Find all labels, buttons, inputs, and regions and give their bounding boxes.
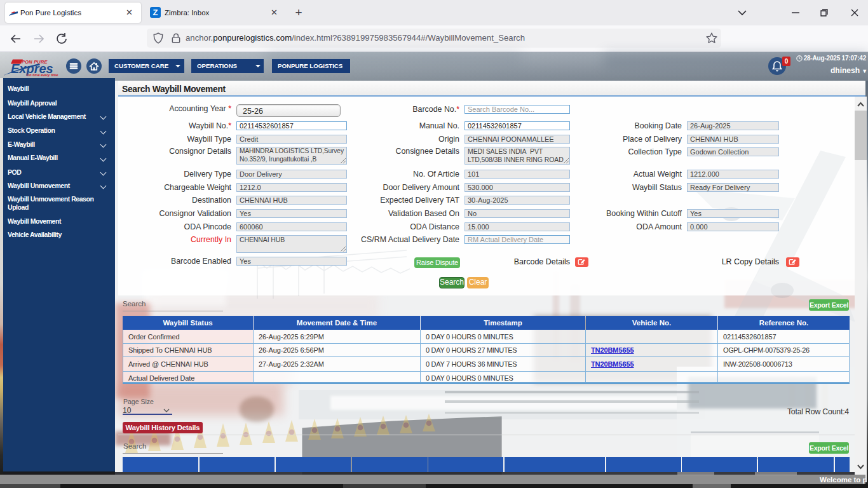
svg-text:On time every time: On time every time <box>27 73 58 77</box>
